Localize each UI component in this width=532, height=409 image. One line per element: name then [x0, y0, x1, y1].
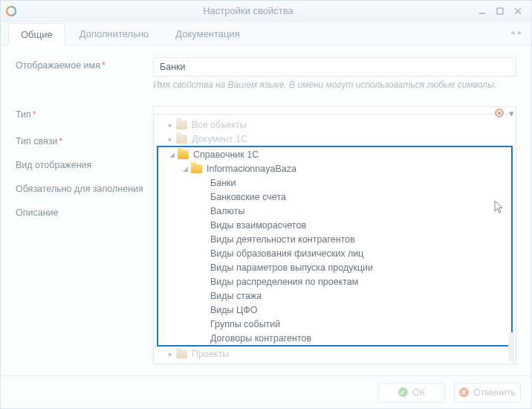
cancel-icon: ✕: [459, 387, 469, 397]
label-type: Тип*: [16, 106, 153, 120]
label-description: Описание: [16, 204, 153, 218]
tree-selection-highlight: ◢Справочник 1С ◢InformacionnayaBaza Банк…: [157, 146, 513, 347]
check-icon: ✓: [398, 387, 408, 397]
folder-icon: [176, 135, 187, 144]
tree-leaf-item[interactable]: Виды деятельности контрагентов: [158, 232, 511, 246]
tree-leaf-item[interactable]: Виды взаиморасчетов: [158, 218, 511, 232]
form-body: Отображаемое имя* Имя свойства на Вашем …: [1, 45, 531, 376]
folder-icon: [176, 350, 187, 358]
tabbar: Общие Дополнительно Документация ◂ ▸: [1, 22, 531, 45]
minimize-button[interactable]: [473, 4, 491, 18]
tree-row-partial[interactable]: ▸Все объекты: [154, 117, 516, 132]
tab-general[interactable]: Общие: [8, 23, 65, 45]
maximize-button[interactable]: [491, 4, 509, 18]
tab-scroll-right[interactable]: ▸: [518, 28, 522, 37]
tab-docs[interactable]: Документация: [163, 22, 253, 45]
tree-leaf-item[interactable]: Банки: [158, 175, 511, 190]
display-name-hint: Имя свойства на Вашем языке. В имени мог…: [153, 80, 516, 90]
tab-advanced[interactable]: Дополнительно: [67, 22, 162, 45]
tree-leaf-item[interactable]: Виды образования физических лиц: [158, 246, 511, 260]
type-dropdown: ▸Все объекты ▸Документ 1С ◢Справочник 1С…: [153, 114, 516, 364]
tree-leaf-item[interactable]: Виды ЦФО: [158, 303, 511, 317]
tree-row[interactable]: ▸Документ 1С: [154, 132, 516, 146]
svg-rect-3: [497, 8, 503, 14]
dialog-footer: ✓ ОК ✕ Отменить: [1, 376, 531, 408]
folder-icon: [178, 150, 189, 159]
close-button[interactable]: [509, 4, 527, 18]
label-view-mode: Вид отображения: [16, 157, 153, 170]
ok-button[interactable]: ✓ ОК: [378, 383, 445, 402]
type-dropdown-icon[interactable]: ▾: [507, 108, 515, 118]
tree-row-infbaza[interactable]: ◢InformacionnayaBaza: [158, 161, 511, 175]
cursor-icon: [494, 200, 506, 217]
label-link-type: Тип связи*: [16, 133, 153, 146]
tree-leaf-item[interactable]: Виды распределения по проектам: [158, 274, 511, 289]
dropdown-scrollbar[interactable]: [508, 332, 514, 362]
tree-leaf-item[interactable]: Виды параметров выпуска продукции: [158, 260, 511, 274]
tree-row[interactable]: ▸Проекты: [154, 347, 516, 361]
tab-scroll-left[interactable]: ◂: [510, 28, 515, 37]
display-name-input[interactable]: [153, 57, 516, 77]
app-logo: [5, 5, 17, 17]
tree-leaf-item[interactable]: Группы событий: [158, 317, 511, 331]
window-title: Настройки свойства: [23, 5, 473, 16]
tree-leaf-item[interactable]: Виды стажа: [158, 289, 511, 303]
titlebar: Настройки свойства: [1, 1, 531, 22]
label-required: Обязательно для заполнения: [16, 181, 153, 194]
type-clear-icon[interactable]: [494, 108, 505, 118]
tree-leaf-item[interactable]: Договоры контрагентов: [158, 331, 511, 345]
tree-leaf-item[interactable]: Валюты: [158, 204, 511, 218]
property-settings-window: Настройки свойства Общие Дополнительно Д…: [0, 0, 532, 409]
cancel-button[interactable]: ✕ Отменить: [454, 383, 521, 402]
folder-icon: [176, 120, 187, 129]
label-display-name: Отображаемое имя*: [16, 57, 153, 71]
folder-icon: [191, 164, 202, 173]
tree-leaf-item[interactable]: Банковские счета: [158, 190, 511, 204]
tree-row-spravochnik[interactable]: ◢Справочник 1С: [158, 147, 511, 161]
